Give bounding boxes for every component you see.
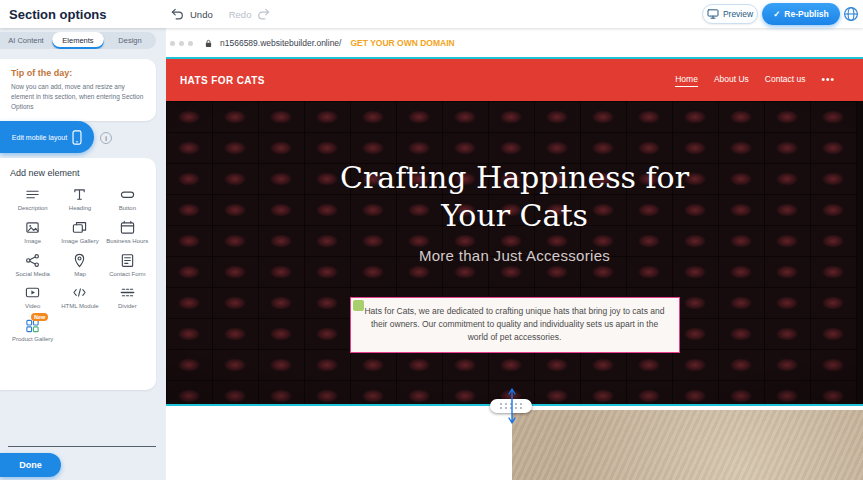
hero-text-element[interactable]: Hats for Cats, we are dedicated to craft… [350,297,680,353]
site-url: n1566589.websitebuilder.online/ [220,38,341,48]
undo-button[interactable]: Undo [190,9,213,20]
sidebar-divider [8,446,156,447]
republish-button[interactable]: ✓ Re-Publish [762,3,840,25]
new-badge: New [31,313,48,321]
element-item-description[interactable]: Description [10,186,55,213]
button-icon [120,186,135,203]
preview-scrollbar[interactable] [857,101,863,404]
tab-ai-content[interactable]: AI Content [0,32,52,49]
element-item-business-hours[interactable]: Business Hours [105,219,150,246]
contact-form-icon [120,252,135,269]
monitor-icon [707,9,719,19]
done-button[interactable]: Done [0,453,61,477]
page-title: Section options [9,7,107,22]
heading-icon [72,186,87,203]
tab-design[interactable]: Design [104,32,156,49]
element-label: Divider [118,303,137,311]
browser-dot-icon [170,41,175,46]
add-panel-title: Add new element [10,168,150,178]
element-label: Description [18,205,48,213]
image-gallery-icon [72,219,87,236]
element-grid: Description Heading Button Image Image G [10,186,150,344]
social-media-icon [25,252,40,269]
element-label: Image [24,238,41,246]
hero-title-line1: Crafting Happiness for [340,159,689,197]
hero-title[interactable]: Crafting Happiness for Your Cats [340,159,689,234]
next-section-image[interactable] [512,410,863,480]
tip-title: Tip of the day: [11,68,145,78]
element-item-html-module[interactable]: HTML Module [57,284,102,311]
hero-title-line2: Your Cats [340,197,689,235]
element-item-image-gallery[interactable]: Image Gallery [57,219,102,246]
phone-icon [72,130,82,145]
element-label: Button [119,205,136,213]
main-area: n1566589.websitebuilder.online/ GET YOUR… [166,28,863,480]
lock-icon [204,39,213,48]
nav-item-about[interactable]: About Us [714,74,749,87]
element-item-video[interactable]: Video [10,284,55,311]
hero-section[interactable]: Crafting Happiness for Your Cats More th… [166,101,863,404]
redo-icon[interactable] [257,8,270,20]
grip-dots-icon [500,403,523,410]
element-label: Heading [69,205,91,213]
element-item-image[interactable]: Image [10,219,55,246]
app-window: Section options Undo Redo Preview ✓ Re-P… [0,0,863,480]
nav-item-home[interactable]: Home [675,74,698,87]
divider-icon [120,284,135,301]
site-header[interactable]: HATS FOR CATS Home About Us Contact us •… [166,59,863,101]
element-label: Map [74,271,86,279]
element-label: HTML Module [61,303,98,311]
element-item-divider[interactable]: Divider [105,284,150,311]
element-item-map[interactable]: Map [57,252,102,279]
tab-elements[interactable]: Elements [52,32,104,49]
element-item-product-gallery[interactable]: New Product Gallery [10,317,55,344]
redo-button[interactable]: Redo [229,9,252,20]
sidebar-tabs: AI Content Elements Design [0,32,156,49]
browser-dot-icon [179,41,184,46]
html-module-icon [72,284,87,301]
element-label: Social Media [15,271,49,279]
tip-body: Now you can add, move and resize any ele… [11,82,145,111]
app-topbar: Section options Undo Redo Preview ✓ Re-P… [0,0,863,28]
browser-dot-icon [188,41,193,46]
element-label: Contact Form [109,271,145,279]
element-handle-icon[interactable] [353,300,364,311]
undo-icon[interactable] [171,8,184,20]
preview-button[interactable]: Preview [702,4,758,24]
globe-icon[interactable] [843,6,859,22]
undo-redo-group: Undo Redo [171,0,270,28]
element-item-social-media[interactable]: Social Media [10,252,55,279]
add-element-panel: Add new element Description Heading Butt… [0,158,156,390]
nav-more-icon[interactable]: ••• [821,75,835,85]
map-pin-icon [72,252,87,269]
section-resize-handle[interactable] [490,399,532,413]
hero-subtitle[interactable]: More than Just Accessories [419,247,610,264]
business-hours-icon [120,219,135,236]
element-label: Product Gallery [12,336,53,344]
element-item-contact-form[interactable]: Contact Form [105,252,150,279]
site-nav: Home About Us Contact us ••• [675,74,835,87]
tip-of-the-day-card: Tip of the day: Now you can add, move an… [0,59,156,121]
browser-chrome: n1566589.websitebuilder.online/ GET YOUR… [170,35,455,51]
nav-item-contact[interactable]: Contact us [765,74,806,87]
preview-label: Preview [723,9,753,19]
element-item-button[interactable]: Button [105,186,150,213]
element-label: Business Hours [106,238,148,246]
republish-label: Re-Publish [784,9,828,19]
website-preview[interactable]: HATS FOR CATS Home About Us Contact us •… [166,57,863,406]
edit-mobile-layout-button[interactable]: Edit mobile layout [0,121,94,153]
image-icon [25,219,40,236]
element-item-heading[interactable]: Heading [57,186,102,213]
element-label: Image Gallery [61,238,98,246]
info-icon[interactable]: i [100,132,112,144]
edit-mobile-label: Edit mobile layout [12,134,67,141]
get-domain-link[interactable]: GET YOUR OWN DOMAIN [350,38,454,48]
description-icon [25,186,40,203]
site-logo[interactable]: HATS FOR CATS [180,75,265,86]
video-icon [25,284,40,301]
check-icon: ✓ [773,9,780,19]
hero-body-text: Hats for Cats, we are dedicated to craft… [364,306,664,342]
left-sidebar: AI Content Elements Design Tip of the da… [0,28,166,480]
element-label: Video [25,303,40,311]
